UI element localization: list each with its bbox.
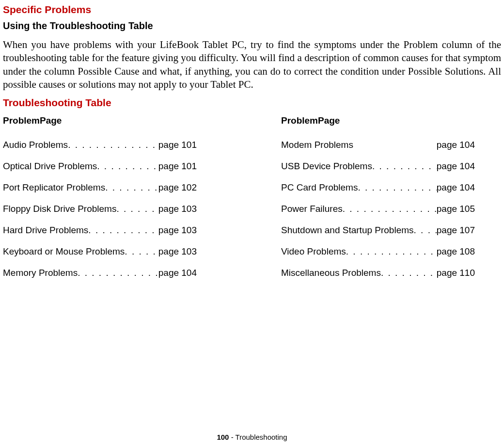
- table-heading: Troubleshooting Table: [3, 97, 501, 109]
- toc-column-right: ProblemPage Modem Problems page 104USB D…: [281, 115, 501, 289]
- toc-label: Video Problems: [281, 246, 346, 257]
- toc-dots: [78, 268, 158, 278]
- toc-label: Shutdown and Startup Problems: [281, 225, 414, 236]
- toc-label: Port Replicator Problems: [3, 182, 105, 193]
- toc-page: page 102: [158, 182, 197, 193]
- toc-label: Memory Problems: [3, 268, 78, 278]
- toc-label: Floppy Disk Drive Problems: [3, 204, 116, 214]
- toc-label: Audio Problems: [3, 140, 68, 150]
- toc-page: page 107: [437, 225, 475, 236]
- toc-label: Optical Drive Problems: [3, 161, 97, 172]
- toc-label: Hard Drive Problems: [3, 225, 88, 236]
- page-footer: 100 - Troubleshooting: [0, 433, 504, 441]
- toc-page: page 105: [437, 204, 475, 214]
- toc-row: Port Replicator Problems page 102: [3, 182, 197, 193]
- toc-page: page 104: [437, 161, 475, 172]
- toc-label: Modem Problems: [281, 140, 353, 150]
- toc-page: page 103: [158, 204, 197, 214]
- body-paragraph: When you have problems with your LifeBoo…: [3, 38, 501, 91]
- toc-row: Hard Drive Problems page 103: [3, 225, 197, 236]
- toc-page: page 101: [158, 140, 197, 150]
- toc-page: page 101: [158, 161, 197, 172]
- toc-label: PC Card Problems: [281, 182, 358, 193]
- toc-label: Keyboard or Mouse Problems: [3, 246, 125, 257]
- toc-row: Keyboard or Mouse Problems page 103: [3, 246, 197, 257]
- toc-row: Modem Problems page 104: [281, 140, 475, 150]
- toc-page: page 104: [437, 140, 475, 150]
- toc-dots: [381, 268, 437, 278]
- toc-dots: [353, 140, 437, 150]
- toc-row: Miscellaneous Problems page 110: [281, 268, 475, 278]
- toc-dots: [116, 204, 158, 214]
- footer-separator: -: [229, 433, 235, 441]
- toc-dots: [358, 182, 436, 193]
- toc-dots: [88, 225, 158, 236]
- toc-dots: [414, 225, 437, 236]
- toc-row: USB Device Problems page 104: [281, 161, 475, 172]
- toc-dots: [343, 204, 437, 214]
- footer-section-name: Troubleshooting: [236, 433, 287, 441]
- toc-row: PC Card Problems page 104: [281, 182, 475, 193]
- toc-page: page 103: [158, 246, 197, 257]
- toc-page: page 104: [158, 268, 197, 278]
- toc-page: page 103: [158, 225, 197, 236]
- footer-page-number: 100: [217, 433, 229, 441]
- toc-dots: [105, 182, 158, 193]
- toc-label: Power Failures: [281, 204, 343, 214]
- toc-label: Miscellaneous Problems: [281, 268, 381, 278]
- toc-dots: [346, 246, 437, 257]
- sub-heading: Using the Troubleshooting Table: [3, 20, 501, 32]
- toc-page: page 108: [437, 246, 475, 257]
- toc-row: Audio Problems page 101: [3, 140, 197, 150]
- toc-dots: [97, 161, 158, 172]
- toc-row: Memory Problems page 104: [3, 268, 197, 278]
- toc-dots: [68, 140, 158, 150]
- section-heading: Specific Problems: [3, 4, 501, 16]
- toc-page: page 110: [437, 268, 475, 278]
- column-header: ProblemPage: [3, 115, 223, 126]
- toc-row: Video Problems page 108: [281, 246, 475, 257]
- toc-row: Optical Drive Problems page 101: [3, 161, 197, 172]
- column-header: ProblemPage: [281, 115, 501, 126]
- toc-column-left: ProblemPage Audio Problems page 101Optic…: [3, 115, 223, 289]
- toc-columns: ProblemPage Audio Problems page 101Optic…: [3, 115, 501, 289]
- toc-dots: [125, 246, 158, 257]
- toc-page: page 104: [437, 182, 475, 193]
- toc-row: Shutdown and Startup Problems page 107: [281, 225, 475, 236]
- toc-row: Floppy Disk Drive Problems page 103: [3, 204, 197, 214]
- toc-dots: [372, 161, 437, 172]
- toc-label: USB Device Problems: [281, 161, 372, 172]
- toc-row: Power Failures page 105: [281, 204, 475, 214]
